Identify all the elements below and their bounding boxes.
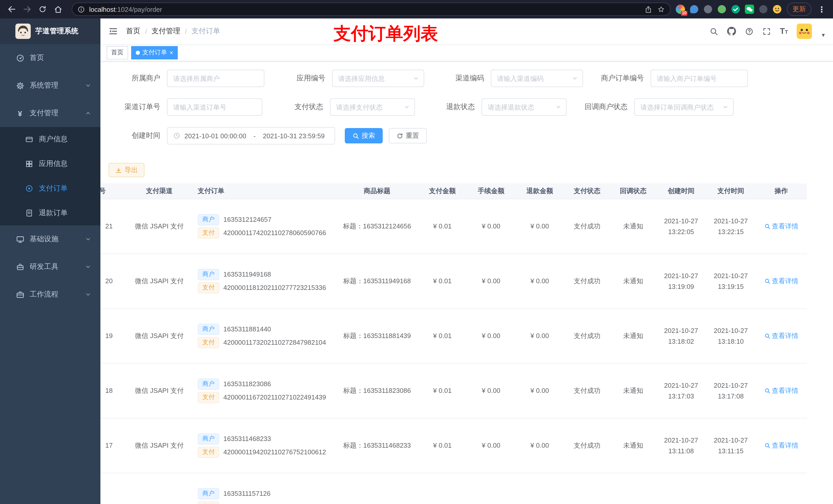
search-button[interactable]: 搜索: [345, 128, 383, 143]
sidebar-toggle-icon[interactable]: [100, 19, 126, 44]
sidebar-item-merchant-info[interactable]: 商户信息: [0, 127, 100, 152]
font-size-icon[interactable]: TT: [780, 27, 788, 36]
pay-time: 13:22:15: [708, 226, 754, 237]
reload-icon[interactable]: [36, 3, 49, 16]
export-button[interactable]: 导出: [109, 163, 144, 177]
fullscreen-icon[interactable]: [762, 27, 771, 35]
payment-submenu: 商户信息 应用信息 支付订单: [0, 127, 100, 225]
sidebar-item-refund-order[interactable]: 退款订单: [0, 201, 100, 225]
goods-title: 标题：1635312124656: [343, 222, 411, 230]
refund-amount: ¥ 0.00: [530, 441, 549, 449]
browser-menu-icon[interactable]: ⋮: [815, 4, 828, 14]
extension-chat-icon[interactable]: [745, 5, 754, 14]
view-detail-link[interactable]: 查看详情: [764, 386, 799, 395]
pay-tag: 支付: [198, 282, 219, 293]
channel-code-select[interactable]: [491, 70, 583, 87]
clock-icon: [173, 132, 180, 139]
active-tab-dot: [136, 50, 140, 54]
back-icon[interactable]: [5, 3, 19, 16]
home-icon[interactable]: [51, 3, 65, 16]
create-time-range[interactable]: 2021-10-01 00:00:00 - 2021-10-31 23:59:5…: [167, 127, 335, 144]
extension-colorful-icon[interactable]: 10: [676, 5, 685, 14]
col-pay-order: 支付订单: [193, 183, 336, 199]
channel-order-label: 渠道订单号: [109, 102, 167, 112]
col-title: 商品标题: [336, 183, 418, 199]
tags-bar: 首页 支付订单 ×: [100, 44, 833, 62]
user-menu-caret-icon[interactable]: ▼: [821, 32, 826, 38]
date-start: 2021-10-01 00:00:00: [185, 132, 246, 140]
url-bar[interactable]: localhost:1024/pay/order: [72, 3, 671, 16]
breadcrumb-home[interactable]: 首页: [126, 27, 140, 36]
pay-tag: 支付: [198, 391, 219, 403]
pay-amount: ¥ 0.01: [433, 277, 452, 285]
view-detail-link[interactable]: 查看详情: [764, 441, 799, 450]
extension-drop-icon[interactable]: [690, 5, 699, 14]
url-text: localhost:1024/pay/order: [89, 5, 639, 13]
table-body: 21 微信 JSAPI 支付 商户 1635312124657 支付 42000…: [100, 199, 807, 504]
extension-green-icon[interactable]: [717, 5, 727, 14]
app-logo[interactable]: 芋道管理系统: [0, 19, 100, 44]
merchant-tag: 商户: [198, 433, 219, 444]
create-time-label: 创建时间: [109, 131, 167, 140]
create-date: 2021-10-27: [658, 380, 704, 390]
breadcrumb-payment-management[interactable]: 支付管理: [152, 27, 180, 36]
tab-pay-order[interactable]: 支付订单 ×: [131, 46, 178, 59]
create-date: 2021-10-27: [658, 270, 704, 281]
sidebar-item-label: 应用信息: [39, 159, 68, 169]
extension-gray-icon[interactable]: [704, 5, 713, 14]
merchant-order-no: 1635311949168: [223, 270, 271, 278]
extension-check-icon[interactable]: [731, 5, 740, 14]
sidebar-item-label: 基础设施: [30, 235, 58, 244]
pay-time: 13:11:15: [708, 446, 754, 456]
pay-date: 2021-10-27: [708, 325, 754, 336]
sidebar-item-system-management[interactable]: 系统管理: [0, 72, 100, 99]
gear-icon: [15, 81, 25, 90]
extension-avatar-icon[interactable]: [772, 5, 782, 14]
credit-card-icon: [25, 135, 34, 143]
user-avatar[interactable]: [796, 24, 812, 39]
sidebar-item-infrastructure[interactable]: 基础设施: [0, 225, 100, 253]
sidebar-item-app-info[interactable]: 应用信息: [0, 152, 100, 176]
view-detail-link[interactable]: 查看详情: [764, 331, 799, 340]
reset-button[interactable]: 重置: [389, 128, 427, 143]
pay-status: 支付成功: [574, 441, 600, 449]
create-time: 13:18:02: [658, 336, 704, 346]
channel-order-input[interactable]: [167, 98, 262, 116]
pay-tag: 支付: [198, 447, 219, 458]
pay-status-select[interactable]: [330, 98, 415, 116]
pay-tag: 支付: [198, 501, 219, 504]
merchant-select[interactable]: [167, 70, 264, 87]
view-detail-link[interactable]: 查看详情: [764, 276, 799, 286]
sidebar-item-workflow[interactable]: 工作流程: [0, 281, 100, 308]
pay-status: 支付成功: [574, 386, 600, 394]
tab-home[interactable]: 首页: [106, 46, 128, 59]
sidebar-item-dev-tools[interactable]: 研发工具: [0, 253, 100, 281]
forward-icon[interactable]: [21, 3, 34, 16]
app-logo-image: [15, 24, 31, 39]
merchant-order-input[interactable]: [651, 70, 748, 87]
col-id: 编号: [100, 183, 126, 199]
callback-status-select[interactable]: [634, 98, 734, 116]
site-info-icon[interactable]: [77, 5, 85, 13]
sidebar-item-payment-management[interactable]: ¥ 支付管理: [0, 99, 100, 127]
help-icon[interactable]: [745, 27, 754, 35]
fee-amount: ¥ 0.00: [482, 332, 500, 340]
bookmark-star-icon[interactable]: [657, 5, 665, 13]
search-icon[interactable]: [710, 27, 718, 35]
sidebar-item-pay-order[interactable]: 支付订单: [0, 176, 100, 201]
view-detail-link[interactable]: 查看详情: [764, 221, 799, 231]
refund-status-select[interactable]: [481, 98, 567, 116]
page-content: 所属商户 应用编号 渠道编码 商户订单编号: [100, 62, 833, 504]
browser-update-button[interactable]: 更新: [787, 3, 811, 16]
app-select[interactable]: [332, 70, 424, 87]
chevron-down-icon: [722, 104, 729, 110]
dashboard-icon: [15, 53, 25, 62]
extension-dark-icon[interactable]: [759, 5, 768, 14]
github-icon[interactable]: [727, 27, 736, 36]
navbar: 首页 / 支付管理 / 支付订单 支付订单列表: [100, 19, 833, 44]
create-time: 13:22:05: [658, 226, 704, 237]
col-fee: 手续金额: [467, 183, 515, 199]
sidebar-item-home[interactable]: 首页: [0, 44, 100, 72]
close-tab-icon[interactable]: ×: [170, 49, 173, 55]
share-icon[interactable]: [644, 5, 652, 13]
